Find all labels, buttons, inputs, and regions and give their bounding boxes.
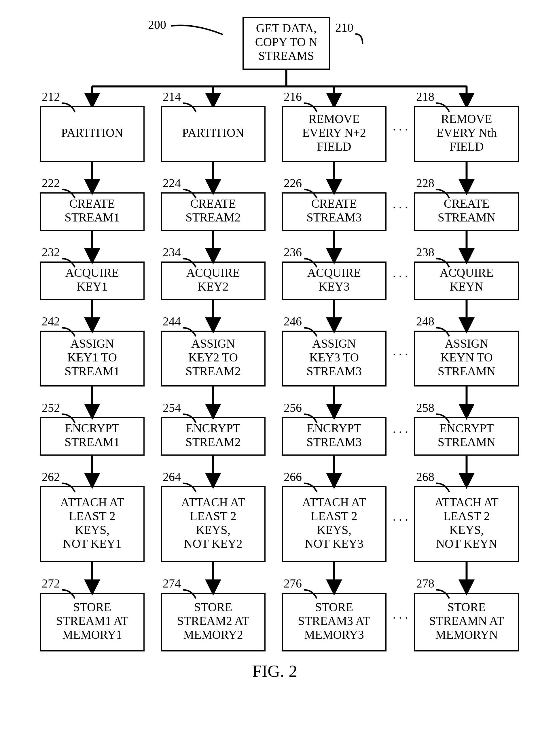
ref-228: 228 xyxy=(416,177,434,190)
ellipsis-row6: · · · xyxy=(393,612,408,625)
box-274-text: MEMORY2 xyxy=(183,628,243,641)
box-246-text: KEY3 TO xyxy=(309,351,359,364)
ref-218: 218 xyxy=(416,90,434,103)
box-216-text: FIELD xyxy=(317,140,351,153)
ref-266: 266 xyxy=(284,470,302,484)
ref-272: 272 xyxy=(42,577,60,590)
box-244-text: ASSIGN xyxy=(191,337,235,350)
ref-238: 238 xyxy=(416,246,434,259)
box-242-text: STREAM1 xyxy=(65,365,120,378)
box-268-text: ATTACH AT xyxy=(435,496,499,509)
box-278-text: STORE xyxy=(448,601,486,614)
ref-242: 242 xyxy=(42,315,60,328)
box-256-text: ENCRYPT xyxy=(307,422,361,435)
ref-232: 232 xyxy=(42,246,60,259)
flowchart-diagram: GET DATA,COPY TO NSTREAMS210200PARTITION… xyxy=(6,6,538,756)
box-246-text: ASSIGN xyxy=(312,337,356,350)
ref-264: 264 xyxy=(163,470,181,484)
box-232-text: KEY1 xyxy=(77,280,107,293)
ref-268: 268 xyxy=(416,470,434,484)
box-274-text: STORE xyxy=(194,601,232,614)
box-236-text: ACQUIRE xyxy=(307,266,361,279)
box-262-text: ATTACH AT xyxy=(60,496,124,509)
box-224-text: CREATE xyxy=(190,197,236,210)
ellipsis-row0: · · · xyxy=(393,123,408,136)
ref-254: 254 xyxy=(163,401,181,414)
box-274-text: STREAM2 AT xyxy=(177,614,249,627)
box-266-text: LEAST 2 xyxy=(311,510,357,523)
box-254-text: STREAM2 xyxy=(186,435,241,449)
ref-222: 222 xyxy=(42,177,60,190)
box-218-text: FIELD xyxy=(450,140,484,153)
ref-246: 246 xyxy=(284,315,302,328)
box-242-text: ASSIGN xyxy=(70,337,114,350)
box-248-text: ASSIGN xyxy=(445,337,488,350)
box-254-text: ENCRYPT xyxy=(186,422,240,435)
box-266-text: KEYS, xyxy=(317,523,351,537)
box-278-text: STREAMN AT xyxy=(429,614,504,627)
box-234-text: ACQUIRE xyxy=(186,266,240,279)
box-246-text: STREAM3 xyxy=(306,365,361,378)
box-266-text: NOT KEY3 xyxy=(305,537,363,550)
box-268-text: NOT KEYN xyxy=(436,537,497,550)
ref-210: 210 xyxy=(335,21,353,34)
ellipsis-row5: · · · xyxy=(393,513,408,527)
box-228-text: STREAMN xyxy=(438,211,496,224)
box-244-text: STREAM2 xyxy=(186,365,241,378)
box-218-text: REMOVE xyxy=(441,112,492,126)
box-228-text: CREATE xyxy=(444,197,490,210)
box-268-text: KEYS, xyxy=(449,523,484,537)
box-278-text: MEMORYN xyxy=(435,628,498,641)
box-222-text: STREAM1 xyxy=(65,211,120,224)
ellipsis-row4: · · · xyxy=(393,426,408,439)
box-242-text: KEY1 TO xyxy=(67,351,117,364)
box-224-text: STREAM2 xyxy=(186,211,241,224)
ref-252: 252 xyxy=(42,401,60,414)
ref-236: 236 xyxy=(284,246,302,259)
box-212-text: PARTITION xyxy=(61,126,123,139)
box-266-text: ATTACH AT xyxy=(302,496,366,509)
ref-256: 256 xyxy=(284,401,302,414)
box-236-text: KEY3 xyxy=(319,280,350,293)
box-252-text: STREAM1 xyxy=(65,435,120,449)
box-248-text: KEYN TO xyxy=(440,351,493,364)
box-264-text: NOT KEY2 xyxy=(184,537,242,550)
ref-274: 274 xyxy=(163,577,181,590)
box-276-text: STORE xyxy=(315,601,353,614)
ref-276: 276 xyxy=(284,577,302,590)
ellipsis-row3: · · · xyxy=(393,348,408,361)
box-218-text: EVERY Nth xyxy=(436,126,497,139)
box-262-text: LEAST 2 xyxy=(69,510,115,523)
box-264-text: ATTACH AT xyxy=(181,496,245,509)
box-276-text: STREAM3 AT xyxy=(298,614,370,627)
ref-258: 258 xyxy=(416,401,434,414)
box-268-text: LEAST 2 xyxy=(443,510,490,523)
ref-234: 234 xyxy=(163,246,181,259)
ellipsis-row2: · · · xyxy=(393,270,408,283)
figure-label: FIG. 2 xyxy=(252,662,297,680)
box-244-text: KEY2 TO xyxy=(188,351,238,364)
box-216-text: REMOVE xyxy=(308,112,359,126)
ref-200: 200 xyxy=(148,18,166,31)
ref-216: 216 xyxy=(284,90,302,103)
box-248-text: STREAMN xyxy=(438,365,496,378)
box-238-text: ACQUIRE xyxy=(440,266,494,279)
ref-214: 214 xyxy=(163,90,181,103)
ref-224: 224 xyxy=(163,177,181,190)
box-214-text: PARTITION xyxy=(182,126,244,139)
ref-248: 248 xyxy=(416,315,434,328)
box-256-text: STREAM3 xyxy=(306,435,361,449)
ellipsis-row1: · · · xyxy=(393,201,408,214)
box-226-text: STREAM3 xyxy=(306,211,361,224)
box-234-text: KEY2 xyxy=(197,280,228,293)
top-box-text: COPY TO N xyxy=(255,35,317,49)
ref-262: 262 xyxy=(42,470,60,484)
ref-244: 244 xyxy=(163,315,181,328)
top-box-text: STREAMS xyxy=(258,49,314,63)
box-258-text: STREAMN xyxy=(438,435,496,449)
box-216-text: EVERY N+2 xyxy=(302,126,366,139)
ref-212: 212 xyxy=(42,90,60,103)
top-box-text: GET DATA, xyxy=(256,22,317,35)
box-262-text: NOT KEY1 xyxy=(63,537,121,550)
box-258-text: ENCRYPT xyxy=(439,422,494,435)
